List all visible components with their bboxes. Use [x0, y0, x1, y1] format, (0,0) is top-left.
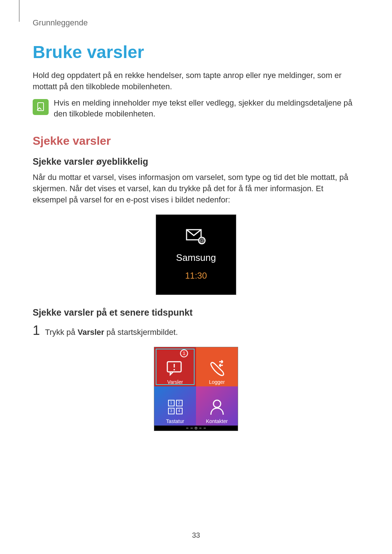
tile-tastatur-label: Tastatur: [166, 418, 184, 424]
page-content: Grunnleggende Bruke varsler Hold deg opp…: [0, 0, 392, 458]
main-title: Bruke varsler: [33, 42, 359, 62]
step-text: Trykk på Varsler på startskjermbildet.: [45, 328, 178, 337]
logger-icon: [207, 357, 227, 378]
tile-tastatur[interactable]: 1 2 3 4 Tastatur: [154, 386, 196, 426]
app-screen: 1 Varsler Logger: [154, 347, 238, 431]
svg-rect-0: [38, 103, 44, 111]
tile-logger-label: Logger: [209, 379, 225, 385]
page-indicator: [154, 426, 238, 431]
dot: [186, 428, 188, 428]
kontakter-icon: [208, 397, 226, 418]
dot: [199, 428, 201, 428]
page-header: Grunnleggende: [33, 18, 359, 28]
email-icon: @: [185, 228, 207, 245]
tastatur-icon: 1 2 3 4: [168, 397, 183, 418]
page-number: 33: [0, 531, 392, 539]
step-prefix: Trykk på: [45, 328, 78, 337]
sub1-title: Sjekke varsler øyeblikkelig: [33, 156, 359, 167]
section-title: Sjekke varsler: [33, 134, 359, 148]
notification-time: 11:30: [185, 271, 207, 281]
svg-point-6: [173, 369, 175, 370]
tile-varsler-label: Varsler: [167, 379, 183, 385]
varsler-icon: [165, 357, 185, 378]
step-number: 1: [33, 323, 40, 338]
tile-kontakter[interactable]: Kontakter: [196, 386, 238, 426]
appgrid-figure: 1 Varsler Logger: [33, 347, 359, 431]
notification-figure: @ Samsung 11:30: [33, 214, 359, 295]
left-margin-rule: [19, 0, 20, 22]
step-suffix: på startskjermbildet.: [104, 328, 178, 337]
svg-point-7: [213, 400, 221, 407]
note-block: Hvis en melding inneholder mye tekst ell…: [33, 98, 359, 120]
svg-text:@: @: [199, 238, 204, 243]
tile-logger[interactable]: Logger: [196, 347, 238, 386]
dot: [191, 428, 193, 428]
sub1-body: Når du mottar et varsel, vises informasj…: [33, 172, 359, 205]
note-text: Hvis en melding inneholder mye tekst ell…: [54, 98, 359, 120]
keypad-2: 2: [176, 400, 183, 406]
intro-paragraph: Hold deg oppdatert på en rekke hendelser…: [33, 70, 359, 93]
notification-screen: @ Samsung 11:30: [156, 214, 236, 295]
dot-active: [195, 427, 197, 429]
keypad-1: 1: [168, 400, 175, 406]
step-bold: Varsler: [78, 328, 104, 337]
dot: [204, 428, 206, 428]
keypad-4: 4: [176, 408, 183, 414]
step-1: 1 Trykk på Varsler på startskjermbildet.: [33, 323, 359, 338]
sub2-title: Sjekke varsler på et senere tidspunkt: [33, 307, 359, 318]
note-icon: [33, 99, 49, 115]
keypad-3: 3: [168, 408, 175, 414]
tile-kontakter-label: Kontakter: [206, 418, 228, 424]
notification-badge: 1: [180, 349, 188, 357]
notification-sender: Samsung: [176, 252, 216, 263]
tile-varsler[interactable]: 1 Varsler: [154, 347, 196, 386]
